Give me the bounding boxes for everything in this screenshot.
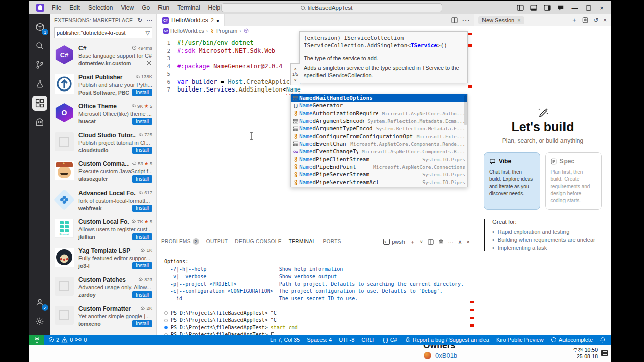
- panel-tab-output[interactable]: OUTPUT: [206, 236, 228, 247]
- filter-icon[interactable]: ▽: [146, 30, 150, 36]
- extension-gear-icon[interactable]: [146, 60, 152, 66]
- extension-list-item[interactable]: FormatCustom Local Fo...7K★5Allows users…: [50, 215, 156, 244]
- kill-terminal-icon[interactable]: [438, 239, 444, 245]
- layout-sidebar-right-icon[interactable]: [542, 3, 552, 12]
- menu-edit[interactable]: Edit: [66, 3, 84, 13]
- status-bell[interactable]: [600, 337, 606, 343]
- maximize-panel-icon[interactable]: ∧: [458, 239, 462, 245]
- command-decoration-icon[interactable]: [164, 326, 168, 329]
- autocomplete-item[interactable]: NameAuthorizationRequirem...Microsoft.As…: [291, 110, 467, 117]
- command-decoration-icon[interactable]: [164, 319, 168, 322]
- autocomplete-item[interactable]: NamedArgumentTypeEncoderSystem.Reflectio…: [291, 125, 467, 132]
- autocomplete-item[interactable]: NamedPipeEndPointMicrosoft.AspNetCore.Co…: [291, 163, 467, 171]
- sidebar-item-source-control[interactable]: [32, 57, 47, 72]
- extension-list-item[interactable]: Yag Template LSP1KFully-featured editor …: [50, 244, 156, 273]
- extension-list-item[interactable]: Advanced Local Fo...617fork of custom-lo…: [50, 186, 156, 215]
- warnings-indicator[interactable]: 0: [61, 337, 73, 343]
- install-button[interactable]: Install: [132, 320, 152, 327]
- history-icon[interactable]: ↺: [593, 17, 598, 24]
- install-button[interactable]: Install: [132, 175, 152, 183]
- status-ln-7-col-35[interactable]: Ln 7, Col 35: [270, 337, 300, 343]
- restore-icon[interactable]: [583, 3, 593, 12]
- breadcrumb-item[interactable]: [244, 28, 250, 33]
- pager-down-icon[interactable]: ∨: [294, 77, 297, 83]
- address-link[interactable]: 0xB01b: [435, 352, 457, 359]
- search-input[interactable]: [308, 5, 363, 11]
- close-session-icon[interactable]: ×: [517, 17, 520, 23]
- extension-list-item[interactable]: Posit Publisher138KPublish and share you…: [50, 70, 156, 100]
- menu-file[interactable]: File: [48, 3, 65, 13]
- taskbar-clock[interactable]: 오전 10:50 25-08-18: [573, 347, 598, 359]
- command-center-search[interactable]: [221, 3, 442, 12]
- extensions-search-box[interactable]: ≡ ▽: [54, 27, 152, 38]
- new-terminal-icon[interactable]: ＋: [410, 238, 415, 246]
- tab-new-session[interactable]: New Session ×: [478, 16, 524, 24]
- unsaved-dot-icon[interactable]: ●: [216, 18, 219, 23]
- sidebar-item-chat[interactable]: [32, 115, 47, 130]
- autocomplete-item[interactable]: NamedArgumentsEncoderSystem.Reflection.M…: [291, 117, 467, 125]
- menu-go[interactable]: Go: [138, 3, 153, 13]
- install-button[interactable]: Install: [132, 147, 152, 154]
- tab-helloworld[interactable]: C# HelloWorld.cs 2 ●: [157, 14, 225, 26]
- install-button[interactable]: Install: [132, 205, 152, 212]
- signature-pager[interactable]: ∧ 1/5 ∨: [290, 63, 300, 85]
- terminal-output[interactable]: Options: -?|-h|--help Show help informat…: [157, 247, 474, 335]
- menu-view[interactable]: View: [117, 3, 137, 13]
- sidebar-item-explorer[interactable]: 1: [32, 19, 47, 34]
- ports-indicator[interactable]: 0: [75, 337, 87, 343]
- panel-tab-ports[interactable]: PORTS: [323, 236, 341, 247]
- tray-icon[interactable]: [601, 350, 608, 356]
- install-button[interactable]: Install: [132, 233, 152, 240]
- chat-bubble-icon[interactable]: [556, 3, 566, 12]
- close-icon[interactable]: ×: [597, 3, 607, 12]
- app-logo-icon[interactable]: [36, 4, 44, 12]
- terminal-dropdown-icon[interactable]: ∨: [420, 239, 423, 244]
- autocomplete-item[interactable]: NamedEventChangeTypeMicrosoft.AspNetCore…: [291, 148, 467, 155]
- status-spaces-4[interactable]: Spaces: 4: [307, 337, 332, 343]
- suggest-scrollbar[interactable]: [464, 95, 467, 125]
- panel-tab-problems[interactable]: PROBLEMS2: [161, 236, 199, 247]
- menu-run[interactable]: Run: [154, 3, 173, 13]
- breadcrumb-item[interactable]: Program: [210, 28, 237, 34]
- autocomplete-item[interactable]: NamedPipeClientStreamSystem.IO.Pipes: [291, 155, 467, 163]
- panel-tab-terminal[interactable]: TERMINAL: [289, 236, 316, 247]
- split-terminal-icon[interactable]: [428, 239, 434, 245]
- install-button[interactable]: Install: [132, 118, 152, 125]
- autocomplete-item[interactable]: NamedConfigureFromConfigurationOptio...M…: [291, 132, 467, 140]
- pager-up-icon[interactable]: ∧: [294, 66, 297, 72]
- editor-more-icon[interactable]: ⋯: [462, 16, 470, 25]
- refresh-icon[interactable]: ↻: [137, 17, 142, 24]
- install-button[interactable]: Install: [132, 262, 152, 269]
- breadcrumb-item[interactable]: C#HelloWorld.cs: [163, 28, 204, 34]
- card-vibe[interactable]: VibeChat first, then build. Explore idea…: [484, 152, 540, 210]
- close-panel-icon[interactable]: ×: [467, 239, 470, 245]
- shell-selector[interactable]: >pwsh: [383, 239, 405, 245]
- panel-tab-debug-console[interactable]: DEBUG CONSOLE: [235, 236, 281, 247]
- menu-terminal[interactable]: Terminal: [174, 3, 203, 13]
- status-autocomplete[interactable]: Autocomplete: [551, 337, 593, 343]
- sidebar-item-testing[interactable]: [32, 76, 47, 92]
- autocomplete-item[interactable]: NamedPipeServerStreamAclSystem.IO.Pipes: [291, 178, 467, 186]
- settings-gear-icon[interactable]: [32, 314, 47, 329]
- autocomplete-item[interactable]: NamedEventChangeMicrosoft.AspNetCore.Com…: [291, 140, 467, 148]
- remote-indicator[interactable]: [29, 335, 44, 345]
- extension-list-item[interactable]: Custom Formatter2KYet another simple goo…: [50, 302, 156, 331]
- status-crlf[interactable]: CRLF: [361, 337, 376, 343]
- sidebar-item-extensions[interactable]: [32, 96, 47, 111]
- task-list-icon[interactable]: [582, 17, 588, 23]
- status-utf-8[interactable]: UTF-8: [339, 337, 354, 343]
- menu-selection[interactable]: Selection: [85, 3, 116, 13]
- command-decoration-icon[interactable]: [164, 311, 168, 315]
- status-report-a-bug-suggest-an-idea[interactable]: Report a bug / Suggest an idea: [405, 337, 489, 343]
- install-button[interactable]: Install: [132, 89, 152, 96]
- extension-list-item[interactable]: Custom Comma...53★5Execute custom JavaSc…: [50, 157, 156, 186]
- panel-more-icon[interactable]: ⋯: [448, 239, 454, 245]
- account-icon[interactable]: ✓: [32, 295, 47, 310]
- minimize-icon[interactable]: —: [570, 3, 580, 12]
- code-line[interactable]: 7builder.Services.AddSingleton<Name: [157, 86, 474, 94]
- split-editor-icon[interactable]: [451, 17, 458, 23]
- close-panel-icon[interactable]: ×: [603, 17, 607, 24]
- extension-list-item[interactable]: C#C#494msBase language support for C#dot…: [50, 41, 156, 70]
- extension-list-item[interactable]: OOffice Theme9K★5Microsoft Office(like) …: [50, 99, 156, 128]
- extension-list-item[interactable]: Cloud Studio Tutor...725Publish project …: [50, 128, 156, 157]
